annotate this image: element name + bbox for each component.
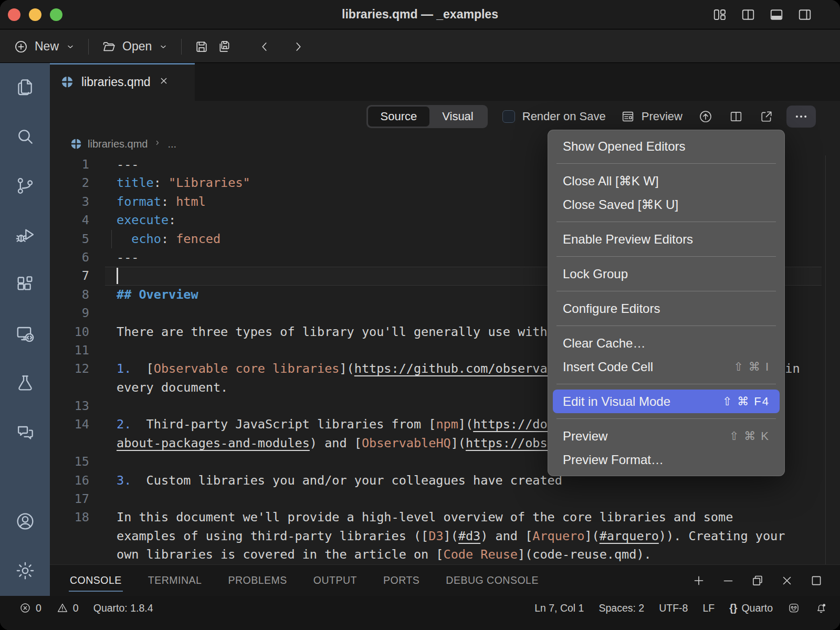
new-button[interactable]: New <box>14 39 76 54</box>
code-text: execute: <box>117 211 176 229</box>
status-item-0[interactable]: 0 <box>19 602 41 614</box>
minimize-icon[interactable] <box>721 574 735 587</box>
line-number: 17 <box>50 490 89 508</box>
panel-tab-output[interactable]: OUTPUT <box>313 571 357 590</box>
activity-testing[interactable] <box>14 372 37 395</box>
close-tab-icon[interactable] <box>158 75 170 89</box>
status-item-spaces-2[interactable]: Spaces: 2 <box>598 602 644 614</box>
line-number: 18 <box>50 508 89 527</box>
panel-tab-terminal[interactable]: TERMINAL <box>148 571 202 590</box>
line-number: 1 <box>50 155 89 174</box>
visual-mode-button[interactable]: Visual <box>429 107 486 127</box>
line-number: 16 <box>50 471 89 490</box>
menu-item-label: Configure Editors <box>563 301 660 316</box>
panel-tab-bar: CONSOLETERMINALPROBLEMSOUTPUTPORTSDEBUG … <box>50 564 840 596</box>
code-text: title: "Libraries" <box>117 174 250 192</box>
zoom-window-button[interactable] <box>50 8 62 21</box>
menu-item-insert-code-cell[interactable]: Insert Code Cell⇧ ⌘ I <box>553 355 780 379</box>
menu-item-show-opened-editors[interactable]: Show Opened Editors <box>553 134 780 158</box>
menu-item-preview[interactable]: Preview⇧ ⌘ K <box>553 424 780 448</box>
status-item-quarto-1-8-4[interactable]: Quarto: 1.8.4 <box>93 602 153 614</box>
remote-explorer-icon <box>15 323 36 344</box>
comments-icon <box>15 422 36 443</box>
panel-tab-debug-console[interactable]: DEBUG CONSOLE <box>446 571 539 590</box>
menu-item-clear-cache[interactable]: Clear Cache… <box>553 331 780 355</box>
scrollbar-track[interactable] <box>825 155 826 564</box>
menu-item-lock-group[interactable]: Lock Group <box>553 262 780 286</box>
status-item-label: 0 <box>36 602 41 614</box>
explorer-icon <box>15 77 36 98</box>
breadcrumb-file[interactable]: libraries.qmd <box>88 138 148 150</box>
line-number <box>50 379 89 397</box>
save-icon[interactable] <box>194 39 209 54</box>
close-icon[interactable] <box>780 574 794 587</box>
status-item-label: Quarto <box>741 602 773 614</box>
braces-icon: {} <box>729 602 737 614</box>
source-mode-button[interactable]: Source <box>368 107 430 127</box>
activity-comments[interactable] <box>14 421 37 444</box>
line-number <box>50 545 89 564</box>
more-actions-button[interactable] <box>786 106 816 128</box>
panel-tab-console[interactable]: CONSOLE <box>70 571 122 590</box>
status-item-ln-7-col-1[interactable]: Ln 7, Col 1 <box>534 602 584 614</box>
line-number: 10 <box>50 323 89 341</box>
tab-libraries-qmd[interactable]: libraries.qmd <box>50 63 195 101</box>
activity-source-control[interactable] <box>14 174 37 197</box>
menu-item-edit-in-visual-mode[interactable]: Edit in Visual Mode⇧ ⌘ F4 <box>553 390 780 413</box>
activity-account[interactable] <box>14 510 37 533</box>
minimize-window-button[interactable] <box>29 8 41 21</box>
split-editor-icon[interactable] <box>729 109 743 124</box>
menu-item-close-saved-k-u[interactable]: Close Saved [⌘K U] <box>553 193 780 216</box>
status-item-0[interactable]: 0 <box>56 602 79 614</box>
activity-search[interactable] <box>14 125 37 148</box>
breadcrumb-more[interactable]: ... <box>167 138 176 150</box>
status-item-utf-8[interactable]: UTF-8 <box>659 602 688 614</box>
add-icon[interactable] <box>692 574 706 587</box>
menu-item-preview-format[interactable]: Preview Format… <box>553 448 780 471</box>
menu-separator <box>556 418 776 419</box>
back-icon[interactable] <box>258 40 271 54</box>
status-item-quarto[interactable]: {}Quarto <box>729 602 773 614</box>
panel-icon[interactable] <box>769 7 784 23</box>
activity-run-debug[interactable] <box>14 224 37 247</box>
menu-separator <box>556 222 776 222</box>
close-window-button[interactable] <box>8 8 20 21</box>
panel-tab-ports[interactable]: PORTS <box>383 571 419 590</box>
open-button[interactable]: Open <box>101 39 169 54</box>
menu-separator <box>556 163 776 164</box>
activity-remote-explorer[interactable] <box>14 322 37 345</box>
line-number: 15 <box>50 453 89 471</box>
secondary-sidebar-icon[interactable] <box>797 7 813 23</box>
activity-extensions[interactable] <box>14 273 37 296</box>
forward-icon[interactable] <box>291 40 305 54</box>
quarto-icon <box>70 138 82 150</box>
publish-icon[interactable] <box>698 109 713 124</box>
customize-layout-icon[interactable] <box>712 7 728 23</box>
maximize-icon[interactable] <box>810 574 823 587</box>
status-item-feedback[interactable] <box>788 602 800 614</box>
status-item-lf[interactable]: LF <box>702 602 715 614</box>
panel-tab-problems[interactable]: PROBLEMS <box>228 571 287 590</box>
preview-label: Preview <box>642 110 682 123</box>
restore-icon[interactable] <box>751 574 764 587</box>
code-line: examples of using third-party libraries … <box>50 527 840 545</box>
line-number: 8 <box>50 286 89 304</box>
chevron-right-icon <box>153 138 162 150</box>
menu-item-configure-editors[interactable]: Configure Editors <box>553 297 780 320</box>
activity-settings[interactable] <box>14 559 37 582</box>
menu-item-close-all-k-w[interactable]: Close All [⌘K W] <box>553 169 780 193</box>
line-number: 4 <box>50 211 89 229</box>
activity-explorer[interactable] <box>14 76 37 99</box>
open-in-new-window-icon[interactable] <box>759 109 774 124</box>
line-number: 5 <box>50 230 89 248</box>
save-all-icon[interactable] <box>217 39 232 54</box>
line-number <box>50 434 89 453</box>
split-editor-icon[interactable] <box>740 7 756 23</box>
status-item-bell-dot[interactable] <box>815 602 827 614</box>
preview-button[interactable]: Preview <box>621 109 682 124</box>
menu-item-enable-preview-editors[interactable]: Enable Preview Editors <box>553 227 780 251</box>
render-on-save-checkbox[interactable] <box>502 110 515 123</box>
feedback-icon <box>788 602 800 614</box>
line-number: 12 <box>50 360 89 378</box>
settings-icon <box>15 560 36 581</box>
